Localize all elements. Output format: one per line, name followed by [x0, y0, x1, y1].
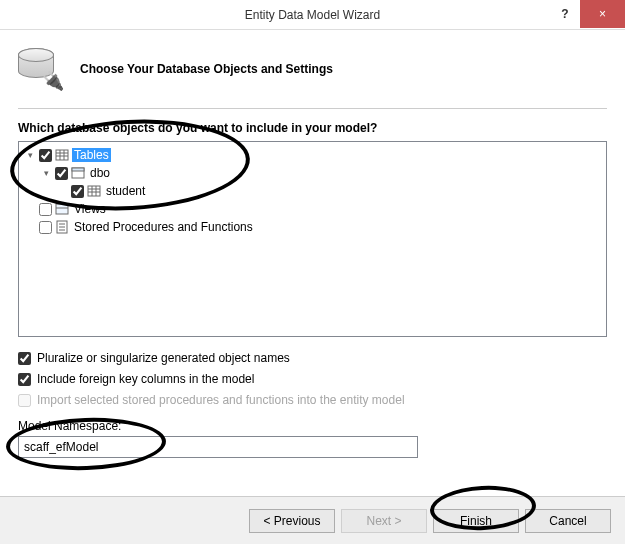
svg-rect-6 — [72, 168, 84, 171]
checkbox-views[interactable] — [39, 203, 52, 216]
tree-node-sprocs[interactable]: ▸ Stored Procedures and Functions — [25, 218, 600, 236]
checkbox-pluralize[interactable] — [18, 352, 31, 365]
svg-rect-0 — [56, 150, 68, 160]
options-group: Pluralize or singularize generated objec… — [18, 351, 607, 407]
tree-node-tables[interactable]: ▾ Tables — [25, 146, 600, 164]
schema-icon — [71, 166, 85, 180]
tree-label-sprocs[interactable]: Stored Procedures and Functions — [72, 220, 255, 234]
tree-label-dbo[interactable]: dbo — [88, 166, 112, 180]
option-pluralize-label: Pluralize or singularize generated objec… — [37, 351, 290, 365]
wizard-header: 🔌 Choose Your Database Objects and Setti… — [18, 42, 607, 108]
tree-node-views[interactable]: ▸ Views — [25, 200, 600, 218]
wizard-content: 🔌 Choose Your Database Objects and Setti… — [0, 30, 625, 458]
option-foreign-keys-label: Include foreign key columns in the model — [37, 372, 254, 386]
finish-button[interactable]: Finish — [433, 509, 519, 533]
tree-label-student[interactable]: student — [104, 184, 147, 198]
expander-icon[interactable]: ▾ — [41, 168, 52, 179]
window-title: Entity Data Model Wizard — [0, 8, 625, 22]
tables-icon — [55, 148, 69, 162]
wizard-heading: Choose Your Database Objects and Setting… — [80, 62, 333, 76]
database-icon: 🔌 — [18, 48, 60, 90]
wizard-footer: < Previous Next > Finish Cancel — [0, 496, 625, 544]
svg-rect-12 — [56, 204, 68, 214]
tree-label-tables[interactable]: Tables — [72, 148, 111, 162]
sprocs-icon — [55, 220, 69, 234]
option-import-sprocs: Import selected stored procedures and fu… — [18, 393, 607, 407]
objects-prompt: Which database objects do you want to in… — [18, 121, 607, 135]
expander-icon[interactable]: ▾ — [25, 150, 36, 161]
namespace-input[interactable] — [18, 436, 418, 458]
checkbox-dbo[interactable] — [55, 167, 68, 180]
tree-node-student[interactable]: ▸ student — [57, 182, 600, 200]
checkbox-tables[interactable] — [39, 149, 52, 162]
previous-button[interactable]: < Previous — [249, 509, 335, 533]
checkbox-import-sprocs — [18, 394, 31, 407]
svg-rect-7 — [88, 186, 100, 196]
table-icon — [87, 184, 101, 198]
cancel-button[interactable]: Cancel — [525, 509, 611, 533]
close-button[interactable]: × — [580, 0, 625, 28]
checkbox-student[interactable] — [71, 185, 84, 198]
checkbox-foreign-keys[interactable] — [18, 373, 31, 386]
views-icon — [55, 202, 69, 216]
option-foreign-keys[interactable]: Include foreign key columns in the model — [18, 372, 607, 386]
option-pluralize[interactable]: Pluralize or singularize generated objec… — [18, 351, 607, 365]
titlebar-controls: ? × — [550, 0, 625, 30]
help-button[interactable]: ? — [550, 0, 580, 28]
next-button: Next > — [341, 509, 427, 533]
divider — [18, 108, 607, 109]
objects-tree[interactable]: ▾ Tables ▾ dbo ▸ — [18, 141, 607, 337]
option-import-sprocs-label: Import selected stored procedures and fu… — [37, 393, 405, 407]
namespace-label: Model Namespace: — [18, 419, 607, 433]
tree-label-views[interactable]: Views — [72, 202, 108, 216]
tree-node-dbo[interactable]: ▾ dbo — [41, 164, 600, 182]
checkbox-sprocs[interactable] — [39, 221, 52, 234]
titlebar: Entity Data Model Wizard ? × — [0, 0, 625, 30]
